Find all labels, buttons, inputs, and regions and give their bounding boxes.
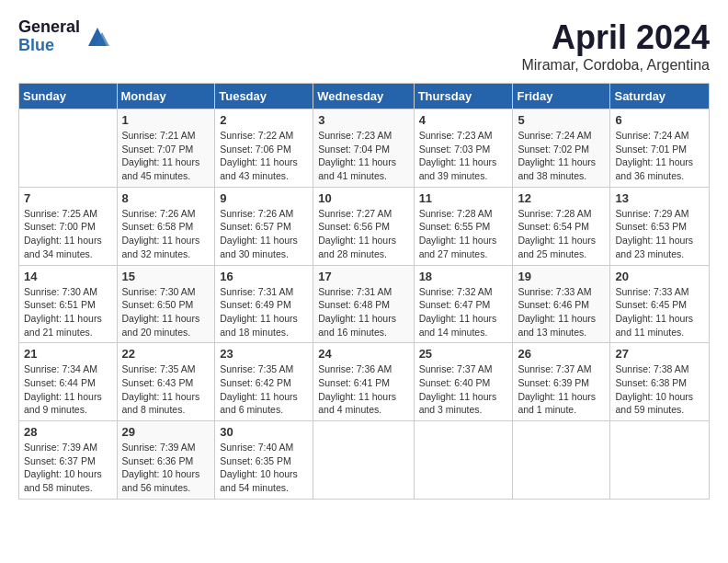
day-details: Sunrise: 7:27 AMSunset: 6:56 PMDaylight:… xyxy=(318,207,408,261)
day-details: Sunrise: 7:22 AMSunset: 7:06 PMDaylight:… xyxy=(220,129,308,183)
calendar-header-friday: Friday xyxy=(513,84,610,109)
day-number: 30 xyxy=(220,425,308,439)
calendar-cell: 10Sunrise: 7:27 AMSunset: 6:56 PMDayligh… xyxy=(313,187,414,265)
day-details: Sunrise: 7:29 AMSunset: 6:53 PMDaylight:… xyxy=(615,207,704,261)
day-number: 22 xyxy=(122,347,210,361)
calendar-week-2: 7Sunrise: 7:25 AMSunset: 7:00 PMDaylight… xyxy=(19,187,710,265)
day-number: 2 xyxy=(220,113,308,127)
day-number: 6 xyxy=(615,113,704,127)
calendar-header-tuesday: Tuesday xyxy=(215,84,313,109)
day-number: 1 xyxy=(122,113,210,127)
day-details: Sunrise: 7:24 AMSunset: 7:01 PMDaylight:… xyxy=(615,129,704,183)
calendar-cell xyxy=(513,421,610,500)
day-details: Sunrise: 7:25 AMSunset: 7:00 PMDaylight:… xyxy=(24,207,112,261)
day-details: Sunrise: 7:26 AMSunset: 6:57 PMDaylight:… xyxy=(220,207,308,261)
day-number: 14 xyxy=(24,270,112,283)
calendar-cell: 25Sunrise: 7:37 AMSunset: 6:40 PMDayligh… xyxy=(414,343,513,421)
day-number: 27 xyxy=(615,347,704,361)
calendar-header-wednesday: Wednesday xyxy=(313,84,414,109)
calendar-cell: 7Sunrise: 7:25 AMSunset: 7:00 PMDaylight… xyxy=(19,187,118,265)
day-details: Sunrise: 7:37 AMSunset: 6:40 PMDaylight:… xyxy=(419,362,508,417)
day-number: 19 xyxy=(518,270,605,283)
day-details: Sunrise: 7:36 AMSunset: 6:41 PMDaylight:… xyxy=(318,362,408,417)
day-details: Sunrise: 7:32 AMSunset: 6:47 PMDaylight:… xyxy=(419,285,508,339)
calendar-cell: 2Sunrise: 7:22 AMSunset: 7:06 PMDaylight… xyxy=(215,109,313,188)
logo-icon xyxy=(84,23,111,51)
calendar-cell: 19Sunrise: 7:33 AMSunset: 6:46 PMDayligh… xyxy=(513,265,610,343)
calendar-cell: 20Sunrise: 7:33 AMSunset: 6:45 PMDayligh… xyxy=(610,265,710,343)
day-details: Sunrise: 7:40 AMSunset: 6:35 PMDaylight:… xyxy=(220,441,308,495)
calendar-cell xyxy=(414,421,513,500)
calendar-cell: 12Sunrise: 7:28 AMSunset: 6:54 PMDayligh… xyxy=(513,187,610,265)
day-details: Sunrise: 7:26 AMSunset: 6:58 PMDaylight:… xyxy=(122,207,210,261)
day-details: Sunrise: 7:24 AMSunset: 7:02 PMDaylight:… xyxy=(518,129,605,183)
day-number: 5 xyxy=(518,113,605,127)
day-number: 17 xyxy=(318,270,408,283)
day-number: 15 xyxy=(122,270,210,283)
calendar-header-monday: Monday xyxy=(117,84,215,109)
day-number: 7 xyxy=(24,191,112,205)
logo-general: General xyxy=(18,18,80,37)
day-details: Sunrise: 7:31 AMSunset: 6:49 PMDaylight:… xyxy=(220,285,308,339)
day-number: 13 xyxy=(615,191,704,205)
calendar-cell: 17Sunrise: 7:31 AMSunset: 6:48 PMDayligh… xyxy=(313,265,414,343)
calendar-table: SundayMondayTuesdayWednesdayThursdayFrid… xyxy=(18,83,710,500)
calendar-week-5: 28Sunrise: 7:39 AMSunset: 6:37 PMDayligh… xyxy=(19,421,710,500)
calendar-cell: 15Sunrise: 7:30 AMSunset: 6:50 PMDayligh… xyxy=(117,265,215,343)
day-details: Sunrise: 7:35 AMSunset: 6:42 PMDaylight:… xyxy=(220,362,308,417)
logo: General Blue xyxy=(18,18,111,55)
day-number: 21 xyxy=(24,347,112,361)
day-number: 12 xyxy=(518,191,605,205)
day-number: 4 xyxy=(419,113,508,127)
calendar-cell: 3Sunrise: 7:23 AMSunset: 7:04 PMDaylight… xyxy=(313,109,414,188)
calendar-cell: 22Sunrise: 7:35 AMSunset: 6:43 PMDayligh… xyxy=(117,343,215,421)
calendar-cell xyxy=(610,421,710,500)
calendar-cell: 11Sunrise: 7:28 AMSunset: 6:55 PMDayligh… xyxy=(414,187,513,265)
day-details: Sunrise: 7:30 AMSunset: 6:50 PMDaylight:… xyxy=(122,285,210,339)
day-number: 16 xyxy=(220,270,308,283)
month-title: April 2024 xyxy=(521,18,710,57)
calendar-week-1: 1Sunrise: 7:21 AMSunset: 7:07 PMDaylight… xyxy=(19,109,710,188)
day-number: 3 xyxy=(318,113,408,127)
calendar-cell: 27Sunrise: 7:38 AMSunset: 6:38 PMDayligh… xyxy=(610,343,710,421)
day-details: Sunrise: 7:38 AMSunset: 6:38 PMDaylight:… xyxy=(615,362,704,417)
day-number: 24 xyxy=(318,347,408,361)
day-details: Sunrise: 7:39 AMSunset: 6:36 PMDaylight:… xyxy=(122,441,210,495)
calendar-cell: 30Sunrise: 7:40 AMSunset: 6:35 PMDayligh… xyxy=(215,421,313,500)
calendar-cell: 8Sunrise: 7:26 AMSunset: 6:58 PMDaylight… xyxy=(117,187,215,265)
day-number: 26 xyxy=(518,347,605,361)
day-details: Sunrise: 7:31 AMSunset: 6:48 PMDaylight:… xyxy=(318,285,408,339)
day-details: Sunrise: 7:35 AMSunset: 6:43 PMDaylight:… xyxy=(122,362,210,417)
calendar-header-sunday: Sunday xyxy=(19,84,118,109)
day-details: Sunrise: 7:30 AMSunset: 6:51 PMDaylight:… xyxy=(24,285,112,339)
day-number: 20 xyxy=(615,270,704,283)
calendar-body: 1Sunrise: 7:21 AMSunset: 7:07 PMDaylight… xyxy=(19,109,710,500)
calendar-cell xyxy=(19,109,118,188)
calendar-cell: 1Sunrise: 7:21 AMSunset: 7:07 PMDaylight… xyxy=(117,109,215,188)
calendar-cell: 5Sunrise: 7:24 AMSunset: 7:02 PMDaylight… xyxy=(513,109,610,188)
day-details: Sunrise: 7:28 AMSunset: 6:55 PMDaylight:… xyxy=(419,207,508,261)
day-number: 10 xyxy=(318,191,408,205)
calendar-cell: 18Sunrise: 7:32 AMSunset: 6:47 PMDayligh… xyxy=(414,265,513,343)
day-details: Sunrise: 7:34 AMSunset: 6:44 PMDaylight:… xyxy=(24,362,112,417)
day-number: 23 xyxy=(220,347,308,361)
calendar-header-row: SundayMondayTuesdayWednesdayThursdayFrid… xyxy=(19,84,710,109)
day-details: Sunrise: 7:28 AMSunset: 6:54 PMDaylight:… xyxy=(518,207,605,261)
day-number: 11 xyxy=(419,191,508,205)
calendar-cell: 6Sunrise: 7:24 AMSunset: 7:01 PMDaylight… xyxy=(610,109,710,188)
day-details: Sunrise: 7:37 AMSunset: 6:39 PMDaylight:… xyxy=(518,362,605,417)
day-number: 8 xyxy=(122,191,210,205)
calendar-cell: 23Sunrise: 7:35 AMSunset: 6:42 PMDayligh… xyxy=(215,343,313,421)
day-number: 29 xyxy=(122,425,210,439)
day-details: Sunrise: 7:33 AMSunset: 6:45 PMDaylight:… xyxy=(615,285,704,339)
calendar-cell: 4Sunrise: 7:23 AMSunset: 7:03 PMDaylight… xyxy=(414,109,513,188)
logo-blue: Blue xyxy=(18,37,80,55)
title-block: April 2024 Miramar, Cordoba, Argentina xyxy=(521,18,710,74)
calendar-cell xyxy=(313,421,414,500)
day-details: Sunrise: 7:39 AMSunset: 6:37 PMDaylight:… xyxy=(24,441,112,495)
day-number: 18 xyxy=(419,270,508,283)
calendar-cell: 13Sunrise: 7:29 AMSunset: 6:53 PMDayligh… xyxy=(610,187,710,265)
day-number: 9 xyxy=(220,191,308,205)
calendar-cell: 28Sunrise: 7:39 AMSunset: 6:37 PMDayligh… xyxy=(19,421,118,500)
calendar-cell: 14Sunrise: 7:30 AMSunset: 6:51 PMDayligh… xyxy=(19,265,118,343)
